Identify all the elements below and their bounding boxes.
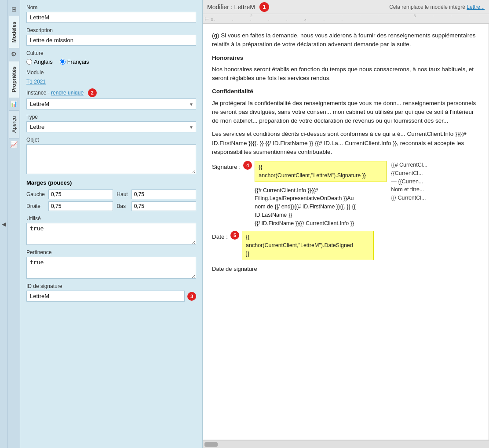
doc-para-services: Les services et conditions décrits ci-de… [212, 130, 480, 157]
pertinence-textarea[interactable]: true [26, 257, 196, 279]
signature-label: Signature : [212, 163, 241, 171]
sig-left-block: Signature : 4 {{anchor(CurrentClient,"Le… [212, 161, 387, 227]
nom-label: Nom [26, 4, 196, 11]
chevron-left-icon: ◀ [2, 221, 6, 227]
marges-header: Marges (pouces) [26, 179, 196, 186]
date-area: Date : 5 {{anchor(CurrentClient,"LettreM… [212, 231, 480, 262]
signature-area: Signature : 4 {{anchor(CurrentClient,"Le… [212, 161, 480, 227]
chart-icon[interactable]: 📊 [9, 99, 19, 109]
culture-francais-radio[interactable] [60, 59, 66, 65]
right-toolbar: Modifier : LettreM 1 Cela remplace le mo… [203, 0, 489, 14]
description-input[interactable] [26, 35, 196, 46]
document-content: (g) Si vous en faites la demande, nous v… [203, 24, 489, 440]
type-select-wrapper: Lettre ▼ [26, 121, 196, 132]
type-label: Type [26, 114, 196, 120]
gauche-input[interactable] [48, 189, 113, 199]
tab-apercu[interactable]: Aperçu [9, 110, 19, 138]
id-signature-input-row: 3 [26, 291, 196, 302]
sig-yellow-blocks: {{anchor(CurrentClient,"LettreM").Signat… [255, 161, 387, 227]
modifier-label: Modifier : LettreM [207, 4, 255, 11]
ruler-marker: ⊢ [204, 16, 209, 22]
module-row: T1 2021 [26, 79, 196, 85]
margins-grid: Gauche Haut Droite Bas [26, 189, 196, 211]
instance-row: Instance - rendre unique 2 [26, 88, 196, 97]
left-properties-panel: Nom Description Culture Anglais Français… [20, 0, 203, 448]
badge-2: 2 [88, 88, 97, 97]
id-signature-label: ID de signature [26, 283, 62, 289]
date-signed-label: Date de signature [212, 265, 480, 273]
haut-label: Haut [117, 191, 128, 197]
culture-anglais-option[interactable]: Anglais [26, 58, 53, 65]
haut-input[interactable] [131, 189, 196, 199]
chart2-icon[interactable]: 📈 [9, 139, 19, 149]
doc-heading-honoraires: Honoraires [212, 54, 480, 62]
objet-label: Objet [26, 137, 196, 143]
sidebar-tabs: ⊞ Modèles ⚙ Propriétés 📊 Aperçu 📈 [8, 0, 20, 448]
doc-para-confidentialite: Je protégerai la confidentialité des ren… [212, 99, 480, 126]
droite-input[interactable] [48, 201, 113, 211]
badge-5: 5 [230, 231, 239, 240]
droite-label: Droite [26, 203, 45, 209]
culture-label: Culture [26, 50, 196, 56]
tab-modeles[interactable]: Modèles [9, 16, 19, 48]
badge-1: 1 [259, 2, 269, 12]
sig-right-text: {{# CurrentCl... {{CurrentCl... — {{Curr… [391, 161, 480, 202]
gauche-label: Gauche [26, 191, 45, 197]
tab-proprietes[interactable]: Propriétés [9, 61, 19, 98]
type-select[interactable]: Lettre [26, 121, 196, 132]
instance-select-wrapper: LettreM ▼ [26, 98, 196, 109]
sig-yellow-block-1: {{anchor(CurrentClient,"LettreM").Signat… [255, 161, 387, 182]
badge-4: 4 [243, 161, 252, 170]
ruler-inner: ⧖ · · · · · · · · 1 · · · · · · · · 2 · … [211, 14, 487, 22]
grid-icon[interactable]: ⊞ [9, 4, 19, 14]
sig-text-block: {{# CurrentClient.Info }}{{# Filing.Lega… [255, 186, 387, 228]
pertinence-label: Pertinence [26, 249, 196, 255]
sig-label-row: Signature : 4 {{anchor(CurrentClient,"Le… [212, 161, 387, 227]
badge-3: 3 [187, 292, 196, 301]
date-yellow-block: {{anchor(CurrentClient,"LettreM").DateSi… [242, 231, 374, 260]
scrollbar-thumb[interactable] [204, 442, 218, 447]
module-label: Module [26, 69, 196, 76]
date-label: Date : [212, 233, 228, 241]
doc-heading-confidentialite: Confidentialité [212, 87, 480, 96]
utilise-label: Utilisé [26, 215, 196, 222]
sig-right-block: {{# CurrentCl... {{CurrentCl... — {{Curr… [391, 161, 480, 202]
bas-input[interactable] [131, 201, 196, 211]
right-panel: Modifier : LettreM 1 Cela remplace le mo… [203, 0, 489, 448]
bottom-scrollbar[interactable] [203, 440, 489, 448]
instance-select[interactable]: LettreM [26, 98, 196, 109]
culture-francais-option[interactable]: Français [60, 58, 89, 65]
doc-para-honoraires: Nos honoraires seront établis en fonctio… [212, 65, 480, 83]
rendre-unique-link[interactable]: rendre unique [51, 90, 84, 96]
doc-para-g: (g) Si vous en faites la demande, nous v… [212, 31, 480, 49]
toolbar-left: Modifier : LettreM 1 [207, 2, 269, 12]
bas-label: Bas [117, 203, 128, 209]
utilise-textarea[interactable]: true [26, 223, 196, 245]
id-signature-input[interactable] [26, 291, 185, 302]
culture-radio-group: Anglais Français [26, 58, 196, 65]
culture-anglais-radio[interactable] [26, 59, 32, 65]
toolbar-right-text: Cela remplace le modèle intégré Lettre..… [389, 4, 485, 10]
module-link[interactable]: T1 2021 [26, 79, 46, 85]
id-signature-row: ID de signature [26, 283, 196, 289]
collapse-left-button[interactable]: ◀ [0, 0, 8, 448]
ruler-bar: ⊢ ⧖ · · · · · · · · 1 · · · · · · · · 2 … [203, 14, 489, 24]
nom-input[interactable] [26, 12, 196, 23]
description-label: Description [26, 27, 196, 33]
instance-label: Instance - [26, 90, 51, 96]
settings-icon[interactable]: ⚙ [9, 49, 19, 59]
objet-textarea[interactable] [26, 144, 196, 174]
